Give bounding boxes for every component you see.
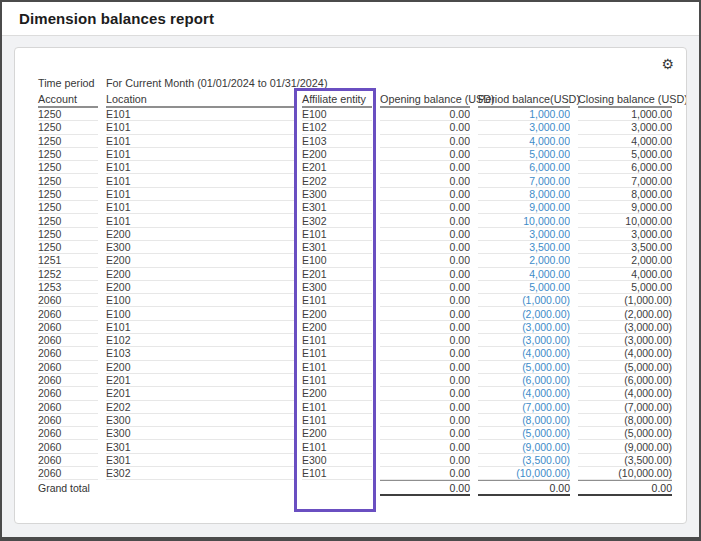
closing-balance-cell: 1,000.00: [578, 108, 672, 121]
account-cell: 1250: [38, 188, 98, 201]
period-balance-link[interactable]: (10,000.00): [478, 467, 570, 480]
account-cell: 2060: [38, 440, 98, 453]
period-balance-link[interactable]: (8,000.00): [478, 414, 570, 427]
location-cell: E101: [106, 135, 294, 148]
location-cell: E101: [106, 121, 294, 134]
affiliate-entity-cell: E301: [302, 201, 372, 214]
period-balance-link[interactable]: (5,000.00): [478, 427, 570, 440]
grand-total-opening: 0.00: [380, 480, 470, 496]
period-balance-link[interactable]: 3,000.00: [478, 228, 570, 241]
location-cell: E302: [106, 467, 294, 480]
period-balance-link[interactable]: 8,000.00: [478, 188, 570, 201]
period-balance-link[interactable]: 3,000.00: [478, 121, 570, 134]
location-cell: E101: [106, 108, 294, 121]
opening-balance-cell: 0.00: [380, 347, 470, 360]
closing-balance-cell: 4,000.00: [578, 268, 672, 281]
period-balance-link[interactable]: 4,000.00: [478, 268, 570, 281]
account-cell: 2060: [38, 467, 98, 480]
period-balance-link[interactable]: 4,000.00: [478, 135, 570, 148]
affiliate-entity-cell: E200: [302, 387, 372, 400]
account-cell: 1250: [38, 201, 98, 214]
period-balance-link[interactable]: (9,000.00): [478, 440, 570, 453]
location-cell: E101: [106, 148, 294, 161]
grand-total-row: Grand total 0.00 0.00 0.00: [38, 480, 672, 496]
table-row: 2060 E201 E101 0.00 (6,000.00) (6,000.00…: [38, 374, 672, 387]
opening-balance-cell: 0.00: [380, 214, 470, 227]
period-balance-link[interactable]: (6,000.00): [478, 374, 570, 387]
table-row: 2060 E200 E101 0.00 (5,000.00) (5,000.00…: [38, 361, 672, 374]
period-balance-link[interactable]: (7,000.00): [478, 401, 570, 414]
closing-balance-cell: (3,500.00): [578, 454, 672, 467]
col-header-account: Account: [38, 91, 98, 108]
period-balance-link[interactable]: 7,000.00: [478, 174, 570, 187]
location-cell: E101: [106, 214, 294, 227]
affiliate-entity-cell: E302: [302, 214, 372, 227]
opening-balance-cell: 0.00: [380, 374, 470, 387]
account-cell: 2060: [38, 387, 98, 400]
period-balance-link[interactable]: 10,000.00: [478, 214, 570, 227]
table-row: 2060 E201 E200 0.00 (4,000.00) (4,000.00…: [38, 387, 672, 400]
table-row: 1250 E101 E202 0.00 7,000.00 7,000.00: [38, 174, 672, 187]
report-window: Dimension balances report ⚙ Time period …: [0, 0, 701, 541]
period-balance-link[interactable]: (3,500.00): [478, 454, 570, 467]
location-cell: E100: [106, 307, 294, 320]
opening-balance-cell: 0.00: [380, 268, 470, 281]
closing-balance-cell: (3,000.00): [578, 334, 672, 347]
closing-balance-cell: (2,000.00): [578, 307, 672, 320]
period-balance-link[interactable]: 3,500.00: [478, 241, 570, 254]
period-balance-link[interactable]: 1,000.00: [478, 108, 570, 121]
location-cell: E202: [106, 401, 294, 414]
table-row: 2060 E300 E200 0.00 (5,000.00) (5,000.00…: [38, 427, 672, 440]
gear-icon[interactable]: ⚙: [661, 57, 674, 71]
affiliate-entity-cell: E101: [302, 228, 372, 241]
account-cell: 1250: [38, 135, 98, 148]
affiliate-entity-cell: E301: [302, 241, 372, 254]
location-cell: E101: [106, 174, 294, 187]
affiliate-entity-cell: E300: [302, 188, 372, 201]
opening-balance-cell: 0.00: [380, 414, 470, 427]
location-cell: E300: [106, 427, 294, 440]
opening-balance-cell: 0.00: [380, 294, 470, 307]
period-balance-link[interactable]: 6,000.00: [478, 161, 570, 174]
location-cell: E200: [106, 268, 294, 281]
opening-balance-cell: 0.00: [380, 334, 470, 347]
table-row: 1250 E101 E302 0.00 10,000.00 10,000.00: [38, 214, 672, 227]
period-balance-link[interactable]: 5,000.00: [478, 281, 570, 294]
location-cell: E300: [106, 241, 294, 254]
affiliate-entity-cell: E100: [302, 108, 372, 121]
table-row: 1250 E200 E101 0.00 3,000.00 3,000.00: [38, 228, 672, 241]
period-balance-link[interactable]: (1,000.00): [478, 294, 570, 307]
period-balance-link[interactable]: (3,000.00): [478, 321, 570, 334]
opening-balance-cell: 0.00: [380, 321, 470, 334]
affiliate-entity-cell: E200: [302, 148, 372, 161]
card-toolbar: ⚙: [26, 53, 677, 75]
opening-balance-cell: 0.00: [380, 228, 470, 241]
affiliate-entity-cell: E101: [302, 414, 372, 427]
period-balance-link[interactable]: 5,000.00: [478, 148, 570, 161]
closing-balance-cell: (1,000.00): [578, 294, 672, 307]
period-balance-link[interactable]: (4,000.00): [478, 387, 570, 400]
affiliate-entity-cell: E201: [302, 161, 372, 174]
time-period-value: For Current Month (01/01/2024 to 01/31/2…: [106, 75, 672, 91]
period-balance-link[interactable]: (3,000.00): [478, 334, 570, 347]
account-cell: 1250: [38, 214, 98, 227]
account-cell: 1250: [38, 228, 98, 241]
table-row: 1250 E101 E100 0.00 1,000.00 1,000.00: [38, 108, 672, 121]
period-balance-link[interactable]: (4,000.00): [478, 347, 570, 360]
opening-balance-cell: 0.00: [380, 427, 470, 440]
closing-balance-cell: 4,000.00: [578, 135, 672, 148]
opening-balance-cell: 0.00: [380, 121, 470, 134]
report-table: Time period For Current Month (01/01/202…: [30, 75, 680, 496]
period-balance-link[interactable]: 9,000.00: [478, 201, 570, 214]
time-period-label: Time period: [38, 75, 98, 91]
period-balance-link[interactable]: (2,000.00): [478, 307, 570, 320]
grand-total-label: Grand total: [38, 480, 372, 496]
account-cell: 1250: [38, 148, 98, 161]
period-balance-link[interactable]: (5,000.00): [478, 361, 570, 374]
column-header-row: Account Location Affiliate entity Openin…: [38, 91, 672, 108]
account-cell: 2060: [38, 414, 98, 427]
period-balance-link[interactable]: 2,000.00: [478, 254, 570, 267]
account-cell: 1250: [38, 121, 98, 134]
account-cell: 2060: [38, 427, 98, 440]
table-row: 2060 E300 E101 0.00 (8,000.00) (8,000.00…: [38, 414, 672, 427]
